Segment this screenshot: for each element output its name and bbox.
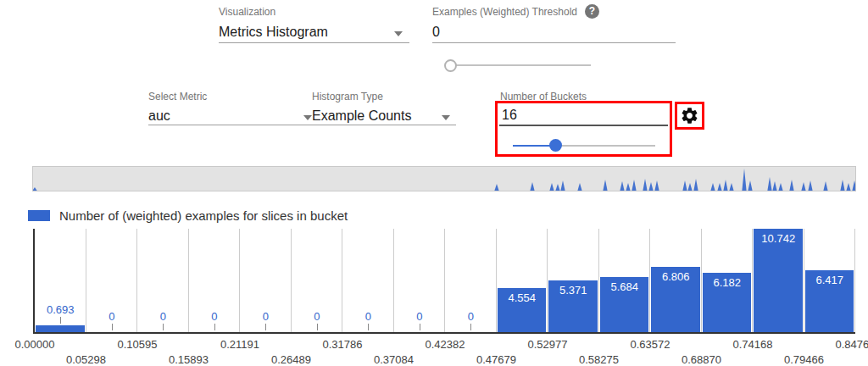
histogram-type-select[interactable]: Example Counts [312,108,411,124]
minimap-spike [693,179,698,191]
threshold-slider-handle[interactable] [444,59,457,72]
threshold-underline [432,42,676,43]
minimap-spike [494,184,498,191]
minimap-spikes [33,167,855,191]
x-axis-tick-label: 0.21191 [206,338,274,351]
select-metric-label: Select Metric [148,91,207,103]
x-axis-tick-label: 0.15893 [155,353,223,366]
bar-value-label: 5.371 [548,284,599,297]
gridline [547,229,548,332]
minimap-spike [823,181,827,191]
minimap-spike [801,182,805,191]
histogram-type-label: Histogram Type [312,91,383,103]
bar-value-label: 6.417 [804,274,856,286]
histogram-type-underline [312,125,456,125]
bar-label-stem [163,324,164,330]
x-axis-tick-label: 0.63572 [616,338,684,351]
bar-value-label: 4.554 [497,291,548,304]
x-axis-tick-label: 0.68870 [668,353,736,366]
minimap-spike [530,182,534,191]
x-axis: 0.000000.052980.105950.158930.211910.264… [35,336,855,366]
x-axis-tick-label: 0.79466 [771,353,838,366]
num-buckets-slider-handle[interactable] [549,139,562,152]
x-axis-tick-label: 0.26489 [258,353,326,366]
minimap-spike [710,183,715,191]
num-buckets-slider[interactable] [507,137,661,154]
threshold-slider-track[interactable] [450,64,591,66]
overview-strip [32,166,856,191]
visualization-select[interactable]: Metrics Histogram [219,25,328,40]
minimap-spike [643,179,647,191]
x-axis-tick-label: 0.74168 [719,338,787,351]
bar-label-stem [60,317,61,324]
minimap-spike [723,180,727,191]
minimap-spike [682,180,687,191]
x-axis-tick-label: 0.52977 [514,338,581,351]
x-axis-tick-label: 0.58275 [565,353,633,366]
minimap-spike [687,183,692,191]
minimap-spike [33,187,37,191]
minimap-spike [852,180,855,191]
metrics-histogram-view: Visualization Metrics Histogram Examples… [0,0,868,366]
bar-value-label: 6.806 [650,270,702,283]
minimap-spike [748,180,752,191]
legend-swatch [28,210,50,221]
x-axis-tick-label: 0.31786 [309,338,376,351]
minimap-spike [648,182,653,191]
visualization-label: Visualization [219,6,275,18]
minimap-spike [808,180,812,191]
bar-value-label: 6.182 [702,276,754,289]
chevron-down-icon[interactable] [303,115,312,120]
minimap-spike [846,183,850,191]
threshold-input[interactable]: 0 [432,25,440,40]
minimap-spike [778,183,782,191]
help-icon[interactable]: ? [585,4,599,19]
bar-value-label: 0 [437,310,505,323]
histogram-bar[interactable] [36,325,85,332]
chevron-down-icon[interactable] [394,31,403,36]
num-buckets-underline [499,125,668,126]
x-axis-tick-label: 0.10595 [103,338,171,351]
bar-value-label: 10.742 [753,232,804,245]
visualization-underline [219,42,409,43]
threshold-slider[interactable] [444,57,597,74]
minimap-spike [620,181,624,191]
x-axis-tick-label: 0.05298 [53,353,120,366]
bar-label-stem [214,324,215,330]
x-axis-tick-label: 0.00000 [1,338,69,351]
bar-label-stem [470,324,471,330]
x-axis-tick-label: 0.47679 [463,353,531,366]
select-metric-select[interactable]: auc [148,108,170,124]
bar-label-stem [112,324,113,330]
minimap-spike [772,181,776,191]
minimap-spike [632,180,636,191]
x-axis-tick-label: 0.42382 [411,338,479,351]
minimap-spike [742,169,746,191]
bar-label-stem [265,324,266,330]
minimap-spike [549,183,554,191]
threshold-label: Examples (Weighted) Threshold [432,6,577,18]
chevron-down-icon[interactable] [442,115,450,120]
x-axis-tick-label: 0.84763 [821,338,868,351]
minimap-spike [560,180,565,191]
gear-icon [680,106,699,125]
bar-label-stem [420,324,420,330]
minimap-spike [626,183,630,191]
minimap-spike [555,184,559,191]
bar-value-label: 5.684 [599,280,651,293]
plot-area: 0.693000000004.5545.3715.6846.8066.18210… [33,229,855,334]
select-metric-underline [148,125,314,125]
settings-button[interactable] [675,102,704,130]
minimap-spike [840,180,844,191]
minimap-spike [654,180,659,191]
minimap-spike [717,183,721,191]
minimap-spike [789,180,793,191]
minimap-spike [577,183,581,191]
x-axis-tick-label: 0.37084 [360,353,428,366]
num-buckets-input[interactable]: 16 [502,108,517,123]
bar-label-stem [317,324,318,330]
minimap-spike [603,180,607,191]
legend-label: Number of (weighted) examples for slices… [59,208,348,223]
minimap-spike [729,183,733,191]
minimap-spike [767,177,771,191]
